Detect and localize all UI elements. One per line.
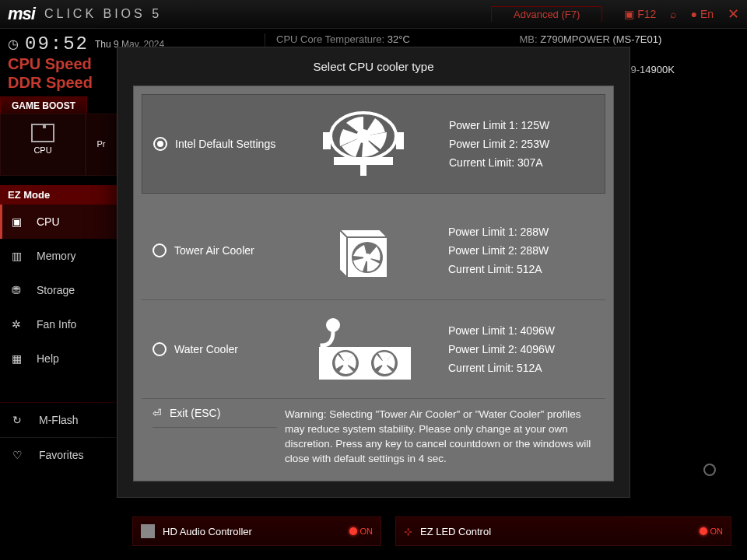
audio-icon — [141, 524, 155, 538]
sidebar-item-cpu[interactable]: ▣ CPU — [0, 205, 117, 239]
svg-point-8 — [326, 318, 340, 332]
fan-icon: ✲ — [12, 318, 27, 331]
sidebar-item-mflash[interactable]: ↻ M-Flash — [0, 402, 117, 437]
language-button[interactable]: ● En — [690, 8, 714, 20]
tower-cooler-icon — [308, 215, 417, 285]
exit-button[interactable]: ⏎ Exit (ESC) — [153, 407, 277, 428]
sidebar-item-storage[interactable]: ⛃ Storage — [0, 273, 117, 307]
clock-icon: ◷ — [8, 37, 19, 51]
svg-point-1 — [356, 129, 370, 143]
exit-icon: ⏎ — [153, 407, 162, 419]
game-boost-tab[interactable]: GAME BOOST — [0, 96, 87, 115]
ez-mode-header: EZ Mode — [0, 185, 117, 205]
globe-icon: ● — [690, 8, 696, 20]
svg-rect-4 — [334, 157, 393, 165]
sidebar: EZ Mode ▣ CPU ▥ Memory ⛃ Storage ✲ Fan I… — [0, 114, 117, 560]
option-intel-default[interactable]: Intel Default Settings Power Limit 1: 12… — [142, 94, 605, 194]
cooler-type-modal: Select CPU cooler type Intel Default Set… — [117, 47, 630, 498]
flash-icon: ↻ — [12, 414, 28, 426]
screenshot-button[interactable]: ▣ F12 — [624, 8, 656, 20]
sidebar-item-memory[interactable]: ▥ Memory — [0, 239, 117, 273]
svg-point-7 — [363, 254, 371, 261]
heart-icon: ♡ — [12, 449, 28, 461]
ez-led-panel[interactable]: ⊹ EZ LED Control ON — [395, 516, 731, 546]
svg-rect-5 — [360, 165, 366, 176]
help-icon: ▦ — [12, 352, 27, 365]
favorites-toggle-off[interactable] — [703, 464, 716, 476]
radio-unselected-icon — [153, 243, 167, 257]
search-button[interactable]: ⌕ — [670, 8, 676, 20]
sidebar-item-fan-info[interactable]: ✲ Fan Info — [0, 307, 117, 341]
sidebar-item-help[interactable]: ▦ Help — [0, 341, 117, 376]
radio-unselected-icon — [153, 342, 167, 356]
top-bar: msi CLICK BIOS 5 Advanced (F7) ▣ F12 ⌕ ●… — [0, 0, 747, 28]
option-water-cooler[interactable]: Water Cooler Power Limit 1: 4096W Power … — [142, 300, 605, 399]
memory-icon: ▥ — [12, 250, 27, 262]
option-tower-air[interactable]: Tower Air Cooler Power Limit 1: 288W Pow… — [142, 201, 605, 300]
cpu-icon: ▣ — [12, 215, 27, 228]
svg-point-12 — [342, 360, 349, 366]
led-on-indicator[interactable]: ON — [700, 527, 724, 536]
led-icon: ⊹ — [404, 526, 412, 537]
storage-icon: ⛃ — [12, 284, 27, 296]
close-button[interactable]: ✕ — [728, 5, 739, 23]
radio-selected-icon — [153, 137, 167, 151]
svg-rect-3 — [396, 132, 404, 149]
search-icon: ⌕ — [670, 8, 676, 20]
product-name: CLICK BIOS 5 — [44, 7, 162, 21]
svg-point-13 — [381, 360, 388, 366]
modal-title: Select CPU cooler type — [117, 47, 630, 86]
warning-text: Warning: Selecting "Tower Air Cooler" or… — [285, 407, 594, 466]
hd-audio-panel[interactable]: HD Audio Controller ON — [132, 516, 381, 546]
brand-logo: msi — [8, 4, 35, 24]
water-cooler-icon — [308, 314, 417, 384]
camera-icon: ▣ — [624, 8, 634, 20]
clock-time: 09:52 — [25, 33, 89, 54]
advanced-mode-tab[interactable]: Advanced (F7) — [491, 6, 602, 22]
stock-cooler-icon — [309, 109, 418, 179]
sidebar-item-favorites[interactable]: ♡ Favorites — [0, 437, 117, 472]
audio-on-indicator[interactable]: ON — [349, 527, 374, 536]
svg-rect-2 — [323, 132, 331, 149]
